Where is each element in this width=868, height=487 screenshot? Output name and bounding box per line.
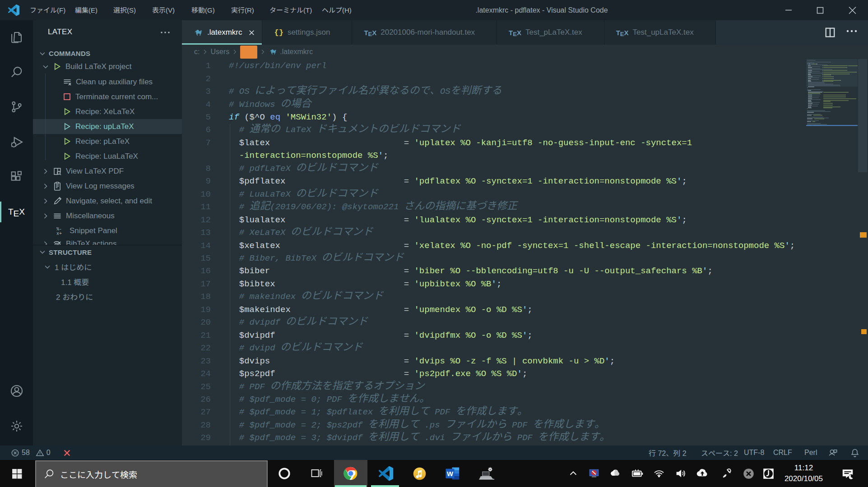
svg-text:W: W xyxy=(447,470,454,478)
svg-text:x+: x+ xyxy=(56,231,62,235)
